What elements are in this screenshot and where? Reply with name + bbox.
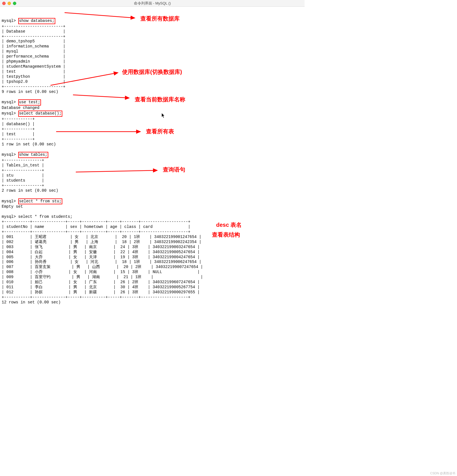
annotation-show-tables: 查看所有表 bbox=[146, 128, 174, 135]
mouse-cursor-icon bbox=[147, 108, 151, 113]
highlighted-command: select database(); bbox=[18, 111, 62, 117]
close-icon[interactable] bbox=[2, 2, 6, 5]
svg-line-0 bbox=[65, 13, 135, 18]
highlighted-command: show databases; bbox=[18, 18, 55, 24]
traffic-lights bbox=[2, 2, 16, 5]
annotation-desc-1: desc 表名 bbox=[216, 221, 242, 229]
window-titlebar: 命令列界面 - MySQL () bbox=[0, 0, 305, 7]
annotation-desc-2: 查看表结构 bbox=[212, 231, 240, 239]
maximize-icon[interactable] bbox=[13, 2, 16, 5]
annotation-select-db: 查看当前数据库名称 bbox=[135, 96, 185, 103]
svg-line-1 bbox=[51, 73, 118, 85]
annotation-use-db: 使用数据库(切换数据库) bbox=[122, 68, 182, 76]
minimize-icon[interactable] bbox=[8, 2, 11, 5]
highlighted-command: use test; bbox=[18, 99, 41, 106]
svg-line-4 bbox=[76, 170, 157, 172]
annotation-show-db: 查看所有数据库 bbox=[140, 15, 180, 22]
annotation-select: 查询语句 bbox=[163, 166, 185, 173]
highlighted-command: select * from stu; bbox=[18, 198, 62, 205]
terminal-output[interactable]: 查看所有数据库 使用数据库(切换数据库) 查看当前数据库名称 查看所有表 查询语… bbox=[0, 7, 305, 308]
highlighted-command: show tables; bbox=[18, 152, 48, 158]
window-title: 命令列界面 - MySQL () bbox=[0, 1, 305, 6]
svg-line-2 bbox=[73, 95, 129, 98]
